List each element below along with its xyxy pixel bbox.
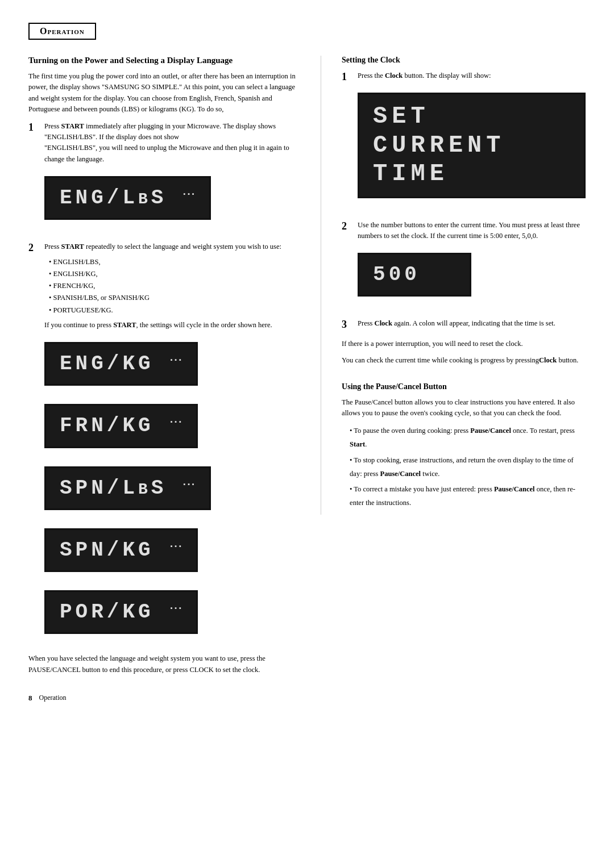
set-current-time-display: SET CURRENT TIME [358,93,586,198]
pause-bullet-3: To correct a mistake you have just enter… [350,483,586,510]
500-display-wrap: 500 [358,247,586,304]
500-display: 500 [358,253,471,297]
eng-kg-display-wrap: ENG/KG ▪▪▪ [44,336,298,394]
step2-options: ENGLISH/LBS, ENGLISH/KG, FRENCH/KG, SPAN… [44,256,298,316]
operation-header: Operation [28,23,96,40]
check-text-end: button. [557,356,578,364]
step1-display-wrap: ENG/LBS ▪▪▪ [44,170,298,228]
clock-step1-text: Press the Clock button. The display will… [358,72,491,80]
clock-section-title: Setting the Clock [342,56,586,65]
left-step-1: 1 Press START immediately after plugging… [28,121,298,235]
eng-lbs-display: ENG/LBS ▪▪▪ [44,176,211,220]
clock-step-2: 2 Use the number buttons to enter the cu… [342,220,586,312]
clock-step2-text: Use the number buttons to enter the curr… [358,221,580,240]
clock-bold: Clock [539,356,557,364]
clock-section: Setting the Clock 1 Press the Clock butt… [342,56,586,366]
page-num: 8 [28,694,32,703]
pause-section-title: Using the Pause/Cancel Button [342,382,586,391]
page-section-label: Operation [39,694,67,702]
spn-kg-display-wrap: SPN/KG ▪▪▪ [44,523,298,580]
option-eng-kg: ENGLISH/KG, [49,268,298,280]
left-footer-text: When you have selected the language and … [28,653,298,675]
right-column: Setting the Clock 1 Press the Clock butt… [321,56,586,515]
pause-bullet-1: To pause the oven during cooking: press … [350,424,586,452]
left-section-title: Turning on the Power and Selecting a Dis… [28,56,298,65]
spn-lbs-display-wrap: SPN/LBS ▪▪▪ [44,461,298,518]
clock-step2-content: Use the number buttons to enter the curr… [358,220,586,312]
set-current-time-wrap: SET CURRENT TIME [358,87,586,206]
step1-num: 1 [28,121,39,134]
step2-text: Press START repeatedly to select the lan… [44,243,281,251]
frn-kg-display-wrap: FRN/KG ▪▪▪ [44,398,298,456]
clock-step3-text: Press Clock again. A colon will appear, … [358,319,555,327]
check-text-part1: You can check the current time while coo… [342,356,539,364]
pause-intro: The Pause/Cancel button allows you to cl… [342,397,586,419]
spn-kg-display: SPN/KG ▪▪▪ [44,528,198,572]
step2-continue: If you continue to press START, the sett… [44,320,298,331]
step1-content: Press START immediately after plugging i… [44,121,298,235]
step2-content: Press START repeatedly to select the lan… [44,241,298,646]
option-frn-kg: FRENCH/KG, [49,280,298,292]
clock-step2-num: 2 [342,220,352,233]
step2-num: 2 [28,241,39,254]
pause-section: Using the Pause/Cancel Button The Pause/… [342,382,586,510]
clock-step-3: 3 Press Clock again. A colon will appear… [342,318,586,331]
interruption-text: If there is a power interruption, you wi… [342,339,586,349]
left-step-2: 2 Press START repeatedly to select the l… [28,241,298,646]
page-number-line: 8 Operation [28,694,298,703]
eng-kg-display: ENG/KG ▪▪▪ [44,342,198,386]
clock-step-1: 1 Press the Clock button. The display wi… [342,70,586,213]
page-header: Operation [28,23,586,56]
clock-step3-content: Press Clock again. A colon will appear, … [358,318,586,329]
spn-lbs-display: SPN/LBS ▪▪▪ [44,466,211,510]
por-kg-display-wrap: POR/KG ▪▪▪ [44,585,298,642]
option-eng-lbs: ENGLISH/LBS, [49,256,298,268]
por-kg-display: POR/KG ▪▪▪ [44,590,198,634]
frn-kg-display: FRN/KG ▪▪▪ [44,404,198,448]
option-por: PORTUGUESE/KG. [49,304,298,316]
left-intro: The first time you plug the power cord i… [28,71,298,115]
clock-step3-num: 3 [342,318,352,331]
option-spn: SPANISH/LBS, or SPANISH/KG [49,292,298,304]
clock-step1-content: Press the Clock button. The display will… [358,70,586,213]
step1-text: Press START immediately after plugging i… [44,122,289,163]
check-text: You can check the current time while coo… [342,355,586,366]
clock-step1-num: 1 [342,70,352,84]
pause-bullet-2: To stop cooking, erase instructions, and… [350,454,586,481]
left-column: Turning on the Power and Selecting a Dis… [28,56,298,703]
pause-bullets: To pause the oven during cooking: press … [342,424,586,510]
